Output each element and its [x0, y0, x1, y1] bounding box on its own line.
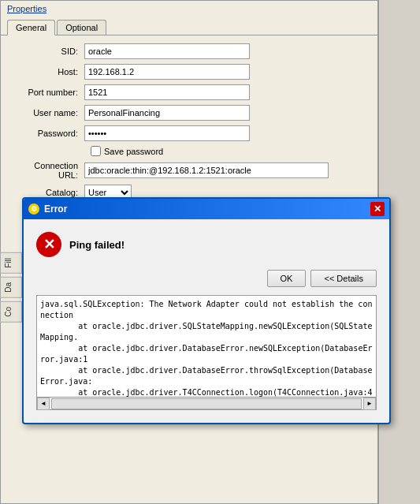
dialog-buttons: OK << Details [36, 270, 377, 287]
dialog-titlebar: ⚙ Error ✕ [24, 199, 389, 219]
error-icon: ✕ [36, 232, 61, 257]
username-label: User name: [13, 108, 84, 118]
port-input[interactable] [84, 84, 250, 100]
connection-url-label: Connection URL: [13, 161, 84, 180]
details-button[interactable]: << Details [310, 270, 377, 287]
save-password-checkbox[interactable] [91, 146, 101, 156]
host-input[interactable] [84, 64, 250, 80]
host-label: Host: [13, 67, 84, 77]
username-input[interactable] [84, 105, 250, 121]
fill-panel-label[interactable]: Fill [0, 252, 22, 274]
stacktrace-text: java.sql.SQLException: The Network Adapt… [40, 299, 373, 398]
da-panel-label[interactable]: Da [0, 277, 22, 298]
tab-general[interactable]: General [7, 20, 55, 35]
stacktrace-area[interactable]: java.sql.SQLException: The Network Adapt… [36, 295, 377, 398]
port-row: Port number: [13, 84, 365, 100]
scroll-left-arrow[interactable]: ◄ [37, 398, 50, 410]
sid-label: SID: [13, 47, 84, 56]
dialog-title-text: Error [44, 203, 67, 215]
host-row: Host: [13, 64, 365, 80]
password-row: Password: [13, 125, 365, 141]
save-password-row: Save password [13, 146, 365, 156]
horizontal-scrollbar: ◄ ► [36, 398, 377, 410]
gear-icon: ⚙ [28, 203, 39, 215]
dialog-body: ✕ Ping failed! OK << Details java.sql.SQ… [24, 219, 389, 423]
dialog-close-button[interactable]: ✕ [370, 202, 385, 216]
scroll-right-arrow[interactable]: ► [363, 398, 376, 410]
password-label: Password: [13, 129, 84, 138]
username-row: User name: [13, 105, 365, 121]
sid-input[interactable] [84, 43, 250, 59]
left-sidebar: Fill Da Co [0, 252, 22, 323]
ping-failed-text: Ping failed! [69, 239, 125, 251]
sid-row: SID: [13, 43, 365, 59]
tab-optional[interactable]: Optional [57, 20, 106, 35]
port-label: Port number: [13, 88, 84, 97]
password-input[interactable] [84, 125, 250, 141]
error-icon-symbol: ✕ [43, 236, 55, 253]
connection-url-input[interactable] [84, 162, 329, 178]
properties-title[interactable]: Properties [1, 1, 377, 17]
tabs-bar: General Optional [1, 17, 377, 35]
h-scrollbar-track[interactable] [51, 398, 362, 409]
dialog-title-left: ⚙ Error [28, 203, 67, 215]
ok-button[interactable]: OK [267, 270, 307, 287]
ping-failed-row: ✕ Ping failed! [36, 232, 377, 257]
connection-url-row: Connection URL: [13, 161, 365, 180]
error-dialog: ⚙ Error ✕ ✕ Ping failed! OK << Details j… [22, 197, 391, 424]
gear-icon-symbol: ⚙ [31, 205, 37, 213]
catalog-label: Catalog: [13, 188, 84, 197]
form-area: SID: Host: Port number: User name: Passw… [1, 35, 377, 213]
save-password-label: Save password [104, 147, 163, 156]
co-panel-label[interactable]: Co [0, 301, 22, 323]
